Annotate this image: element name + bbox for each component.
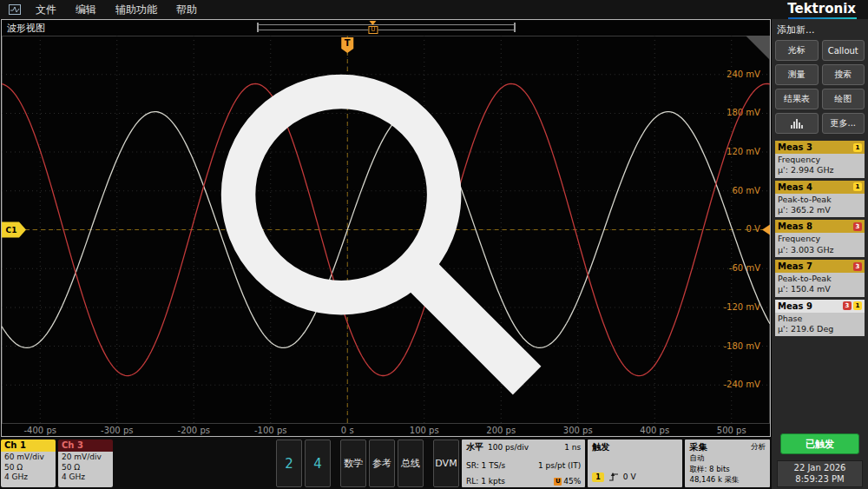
dvm-button[interactable]: DVM: [433, 439, 459, 487]
measure-button[interactable]: 测量: [775, 64, 819, 85]
channel-2-button[interactable]: 2: [276, 439, 302, 487]
channel-4-button[interactable]: 4: [305, 439, 331, 487]
pan-position-marker[interactable]: U: [368, 21, 378, 34]
acquisition-panel[interactable]: 采集 分析 自动 取样: 8 bits 48,146 k 采集: [685, 439, 770, 487]
oscilloscope-app: 文件 编辑 辅助功能 帮助 Tektronix 波形视图 U 24: [0, 0, 868, 489]
horizontal-record-length: RL: 1 kpts: [466, 477, 505, 486]
channel-function-buttons: 2 4 数学 参考 总线 DVM: [276, 439, 459, 487]
menu-file[interactable]: 文件: [26, 3, 66, 17]
meas-7-title: Meas 7: [778, 261, 812, 271]
more-button[interactable]: 更多...: [822, 113, 865, 134]
pan-marker-label: U: [368, 26, 378, 34]
acquisition-sample: 取样: 8 bits: [689, 465, 729, 475]
meas-9-value: μ': 219.6 Deg: [778, 324, 862, 334]
meas-4-value: μ': 365.2 mV: [778, 205, 862, 215]
search-button[interactable]: 搜索: [822, 64, 865, 85]
trigger-panel[interactable]: 触发 1 0 V: [588, 439, 682, 487]
ch3-scale: 20 mV/div: [62, 453, 109, 463]
magnifier-icon: [0, 37, 768, 438]
meas-7-body: Peak-to-Peak μ': 150.4 mV: [775, 273, 865, 297]
math-button[interactable]: 数学: [340, 439, 366, 487]
time-text: 8:59:23 PM: [779, 474, 860, 486]
date-text: 22 Jan 2026: [779, 463, 860, 474]
channel-badge-ch1-body: 60 mV/div 50 Ω 4 GHz: [1, 452, 56, 487]
waveview-title: 波形视图: [7, 22, 45, 35]
meas-4-source-badge: 1: [853, 182, 862, 191]
acquisition-count: 48,146 k 采集: [689, 475, 739, 486]
meas-9-type: Phase: [778, 314, 862, 324]
ch3-impedance: 50 Ω: [62, 463, 109, 473]
channel-badge-ch1-title: Ch 1: [1, 439, 56, 452]
menu-edit[interactable]: 编辑: [66, 3, 106, 17]
waveform-view: 波形视图 U 240 mV180 mV120 mV60 mV0 V-60 mV-…: [1, 19, 771, 437]
horizontal-position-marker-icon: U: [554, 478, 562, 486]
horizontal-sample-rate: SR: 1 TS/s: [466, 461, 505, 470]
add-new-header: 添加新...: [775, 22, 865, 36]
menubar: 文件 编辑 辅助功能 帮助 Tektronix: [0, 0, 868, 19]
sidebar-buttons: 光标 Callout 测量 搜索 结果表 绘图 更多...: [775, 40, 865, 134]
sidebar: 添加新... 光标 Callout 测量 搜索 结果表 绘图: [772, 19, 868, 489]
menu-help[interactable]: 帮助: [167, 3, 207, 17]
channel-badge-ch3-title: Ch 3: [58, 439, 113, 452]
menu-utility[interactable]: 辅助功能: [106, 3, 167, 17]
cursor-button[interactable]: 光标: [775, 40, 819, 61]
acquisition-analysis: 分析: [751, 442, 766, 453]
meas-8-title: Meas 8: [778, 221, 812, 231]
ch1-impedance: 50 Ω: [4, 463, 52, 473]
app-window-icon: [9, 4, 23, 16]
sidebar-spacer: [775, 340, 865, 430]
meas-9-source-badge-1: 3: [843, 301, 852, 310]
meas-7-source-badge: 3: [853, 262, 862, 271]
horizontal-window: 1 ns: [564, 443, 581, 452]
trigger-title: 触发: [592, 441, 609, 453]
meas-7-value: μ': 150.4 mV: [778, 284, 862, 294]
plot-button[interactable]: 绘图: [822, 89, 865, 109]
callout-button[interactable]: Callout: [822, 40, 865, 61]
horizontal-title: 水平: [466, 441, 483, 453]
meas-8-type: Frequency: [778, 234, 862, 244]
meas-badge-3[interactable]: Meas 3 1 Frequency μ': 2.994 GHz: [775, 141, 865, 178]
meas-3-title: Meas 3: [778, 142, 812, 152]
channel-badge-ch1[interactable]: Ch 1 60 mV/div 50 Ω 4 GHz: [1, 439, 56, 487]
meas-4-body: Peak-to-Peak μ': 365.2 mV: [775, 194, 865, 218]
meas-3-type: Frequency: [778, 155, 862, 165]
trigger-level: 0 V: [623, 472, 636, 481]
meas-badge-4[interactable]: Meas 4 1 Peak-to-Peak μ': 365.2 mV: [775, 181, 865, 218]
meas-9-body: Phase μ': 219.6 Deg: [775, 313, 865, 337]
ch1-scale: 60 mV/div: [4, 453, 52, 463]
bottombar: Ch 1 60 mV/div 50 Ω 4 GHz Ch 3 20 mV/div…: [0, 437, 772, 489]
meas-8-value: μ': 3.003 GHz: [778, 245, 862, 255]
bus-button[interactable]: 总线: [398, 439, 424, 487]
meas-3-value: μ': 2.994 GHz: [778, 165, 862, 175]
trigger-source-chip: 1: [592, 472, 604, 482]
meas-badge-9[interactable]: Meas 9 3 1 Phase μ': 219.6 Deg: [775, 300, 865, 337]
channel-badge-ch3-body: 20 mV/div 50 Ω 4 GHz: [58, 452, 113, 487]
tektronix-logo-underline: [788, 17, 857, 19]
acquisition-mode: 自动: [689, 453, 704, 464]
datetime-display: 22 Jan 2026 8:59:23 PM: [777, 460, 863, 487]
meas-9-source-badge-2: 1: [853, 301, 862, 310]
meas-4-title: Meas 4: [778, 182, 812, 192]
meas-badge-7[interactable]: Meas 7 3 Peak-to-Peak μ': 150.4 mV: [775, 260, 865, 297]
channel-badge-ch3[interactable]: Ch 3 20 mV/div 50 Ω 4 GHz: [58, 439, 113, 487]
graticule[interactable]: 240 mV180 mV120 mV60 mV0 V-60 mV-120 mV-…: [2, 36, 770, 436]
trigger-slope-icon: [608, 472, 619, 482]
meas-8-body: Frequency μ': 3.003 GHz: [775, 233, 865, 257]
ref-button[interactable]: 参考: [369, 439, 395, 487]
meas-badge-8[interactable]: Meas 8 3 Frequency μ': 3.003 GHz: [775, 220, 865, 257]
results-table-button[interactable]: 结果表: [775, 89, 819, 109]
meas-3-source-badge: 1: [853, 143, 862, 152]
horizontal-position: 45%: [563, 477, 581, 486]
histogram-icon: [789, 118, 805, 129]
ch1-bandwidth: 4 GHz: [4, 472, 52, 483]
tektronix-logo: Tektronix: [787, 1, 859, 18]
triggered-status-button[interactable]: 已触发: [780, 433, 859, 454]
acquisition-title: 采集: [689, 441, 707, 453]
meas-8-source-badge: 3: [853, 222, 862, 231]
record-view-bar[interactable]: U: [258, 24, 515, 30]
horizontal-panel[interactable]: 水平 100 ps/div 1 ns SR: 1 TS/s 1 ps/pt (I…: [462, 439, 585, 487]
histogram-button[interactable]: [775, 113, 819, 134]
meas-4-type: Peak-to-Peak: [778, 195, 862, 205]
meas-7-type: Peak-to-Peak: [778, 274, 862, 284]
horizontal-scale: 100 ps/div: [488, 443, 529, 452]
